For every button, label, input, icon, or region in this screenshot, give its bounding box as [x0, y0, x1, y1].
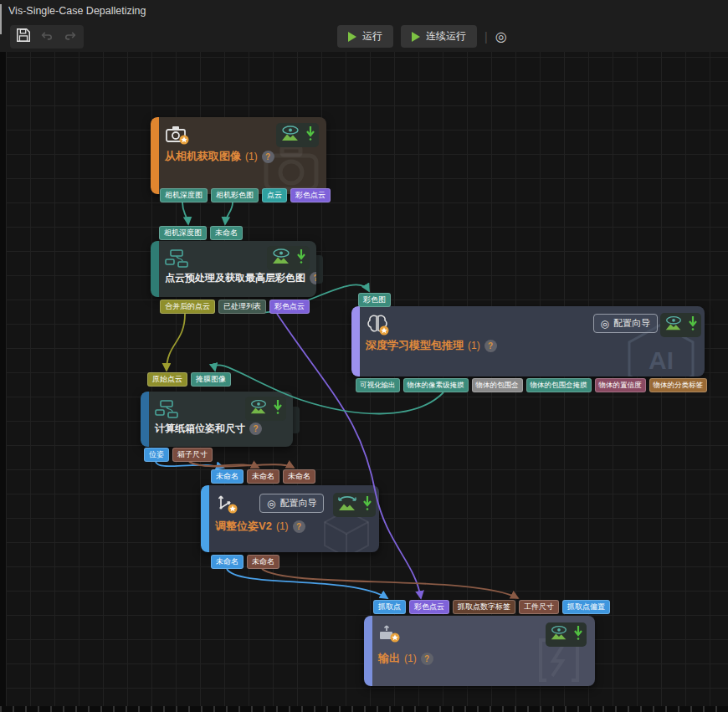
visualization-eye-icon[interactable]	[549, 624, 569, 645]
node-capture-from-camera[interactable]: 从相机获取图像 (1) ?	[151, 117, 326, 194]
input-port[interactable]: 抓取点数字标签	[453, 600, 515, 614]
save-button[interactable]	[12, 26, 35, 48]
node-accent-bar	[351, 306, 360, 376]
download-arrow-icon[interactable]	[305, 125, 315, 146]
visualization-eye-icon[interactable]	[664, 315, 684, 336]
node-title: 计算纸箱位姿和尺寸	[155, 422, 245, 436]
output-port[interactable]: 未命名	[211, 555, 244, 569]
config-wizard-button[interactable]: ◎ 配置向导	[593, 314, 658, 333]
output-port[interactable]: 已处理列表	[218, 300, 266, 314]
title-bar: Vis-Single-Case Depalletizing	[0, 0, 728, 22]
run-settings-gear-icon[interactable]: ◎	[495, 28, 507, 44]
config-wizard-button[interactable]: ◎ 配置向导	[259, 494, 324, 513]
input-port[interactable]: 彩色点云	[409, 600, 449, 614]
node-accent-bar	[141, 392, 149, 447]
flowchart-icon	[165, 248, 188, 272]
config-wizard-label: 配置向导	[613, 317, 650, 330]
output-port[interactable]: 箱子尺寸	[172, 448, 213, 462]
node-pointcloud-preprocess[interactable]: 点云预处理及获取最高层彩色图 ?	[151, 241, 316, 297]
output-port[interactable]: 点云	[262, 188, 287, 202]
node-count: (1)	[276, 520, 289, 532]
input-port[interactable]: 抓取点偏置	[562, 600, 610, 614]
node-adjust-pose-v2[interactable]: ◎ 配置向导 调整位姿V2 (1) ?	[201, 485, 379, 552]
redo-button[interactable]	[59, 26, 82, 48]
continuous-run-label: 连续运行	[426, 29, 466, 44]
help-badge[interactable]: ?	[262, 151, 274, 163]
download-arrow-icon[interactable]	[273, 398, 283, 419]
output-port[interactable]: 物体的分类标签	[649, 378, 708, 392]
input-port[interactable]: 未命名	[211, 469, 244, 484]
input-port[interactable]: 抓取点	[373, 600, 406, 614]
node-output[interactable]: 输出 (1) ?	[364, 616, 595, 686]
visualization-eye-icon[interactable]	[279, 125, 301, 146]
output-port[interactable]: 物体的包围盒	[472, 378, 523, 392]
node-view-controls	[276, 123, 319, 147]
input-port[interactable]: 工件尺寸	[519, 600, 559, 614]
stacked-procedure-tab	[316, 255, 323, 284]
node-view-controls	[267, 246, 310, 270]
play-icon	[412, 32, 420, 42]
brain-icon	[366, 314, 391, 339]
window-edge-highlight	[0, 4, 2, 34]
node-deep-learning-inference[interactable]: AI ◎ 配置向导 深度学习模型包推理	[351, 306, 705, 376]
output-machine-icon	[378, 623, 403, 648]
node-title: 输出	[378, 651, 400, 666]
flowchart-icon	[155, 399, 178, 423]
canvas-bottom-ruler	[0, 706, 728, 712]
input-port[interactable]: 掩膜图像	[191, 372, 231, 387]
config-wizard-label: 配置向导	[279, 497, 316, 510]
pose-axes-icon	[215, 493, 240, 518]
undo-button[interactable]	[35, 26, 59, 48]
input-port[interactable]: 未命名	[247, 469, 279, 484]
help-badge[interactable]: ?	[421, 653, 433, 665]
input-port[interactable]: 相机深度图	[159, 226, 207, 240]
gear-icon: ◎	[601, 318, 609, 330]
node-calc-carton-pose-size[interactable]: 计算纸箱位姿和尺寸 ?	[141, 392, 293, 447]
input-port[interactable]: 未命名	[283, 469, 315, 484]
output-port[interactable]: 物体的像素级掩膜	[403, 378, 469, 392]
output-port[interactable]: 位姿	[144, 448, 169, 462]
save-icon	[15, 27, 32, 47]
node-view-controls	[660, 313, 701, 337]
node-title: 深度学习模型包推理	[366, 338, 464, 353]
run-button[interactable]: 运行	[337, 25, 393, 48]
output-port[interactable]: 物体的包围盒掩膜	[526, 378, 592, 392]
input-port[interactable]: 原始点云	[147, 372, 187, 387]
visualization-eye-icon[interactable]	[249, 398, 269, 419]
download-arrow-icon[interactable]	[296, 248, 306, 269]
play-icon	[348, 32, 356, 42]
download-arrow-icon[interactable]	[573, 624, 583, 645]
output-port[interactable]: 物体的置信度	[595, 378, 646, 392]
stacked-procedure-tab	[293, 407, 300, 433]
output-port[interactable]: 彩色点云	[290, 188, 331, 202]
gear-icon: ◎	[267, 498, 275, 510]
help-badge[interactable]: ?	[249, 423, 262, 435]
node-title: 调整位姿V2	[215, 519, 272, 534]
output-port[interactable]: 合并后的点云	[160, 300, 215, 314]
output-port[interactable]: 可视化输出	[356, 378, 400, 392]
node-count: (1)	[404, 653, 417, 664]
scene-view-icon[interactable]	[336, 494, 358, 515]
node-view-controls	[245, 397, 286, 421]
help-badge[interactable]: ?	[310, 272, 316, 284]
output-port[interactable]: 相机深度图	[160, 188, 208, 202]
download-arrow-icon[interactable]	[362, 494, 372, 515]
output-port[interactable]: 未命名	[247, 555, 279, 569]
output-port[interactable]: 相机彩色图	[211, 188, 259, 202]
file-history-group	[10, 25, 84, 49]
input-port[interactable]: 彩色图	[358, 293, 391, 307]
continuous-run-button[interactable]: 连续运行	[401, 25, 477, 48]
node-accent-bar	[201, 485, 209, 552]
visualization-eye-icon[interactable]	[270, 248, 292, 269]
help-badge[interactable]: ?	[484, 340, 497, 352]
node-title: 从相机获取图像	[165, 149, 241, 164]
toolbar-separator: |	[484, 30, 488, 44]
canvas-left-margin	[0, 52, 6, 712]
undo-icon	[39, 28, 54, 45]
output-port[interactable]: 彩色点云	[269, 300, 310, 314]
redo-icon	[63, 28, 78, 45]
input-port[interactable]: 未命名	[210, 226, 243, 240]
help-badge[interactable]: ?	[293, 520, 305, 533]
svg-text:AI: AI	[649, 346, 674, 374]
download-arrow-icon[interactable]	[688, 315, 698, 336]
